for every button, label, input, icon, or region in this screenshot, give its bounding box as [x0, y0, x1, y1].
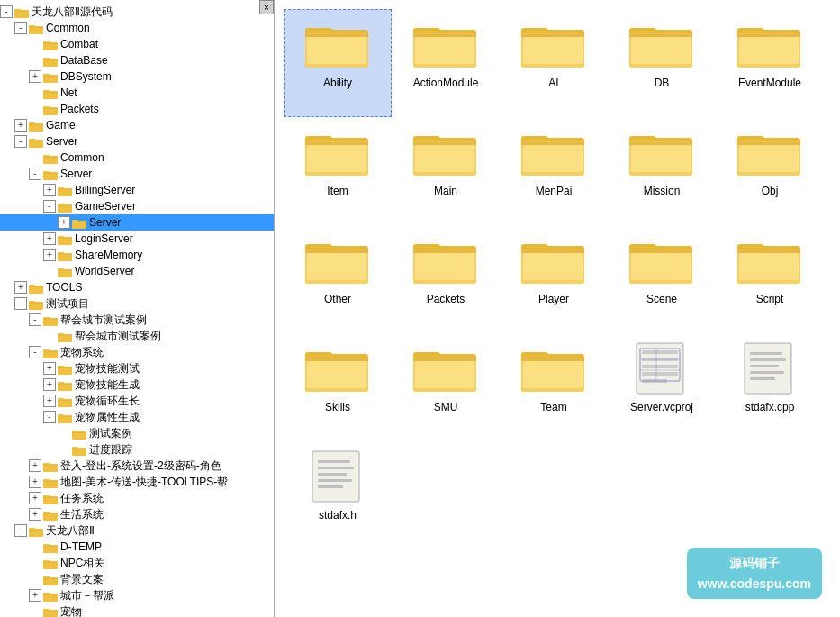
file-icon-18	[629, 341, 694, 395]
tree-toggle-loginserver[interactable]: +	[43, 232, 56, 245]
tree-item-worldserver[interactable]: WorldServer	[0, 263, 274, 279]
file-item-0[interactable]: Ability	[284, 9, 392, 117]
tree-item-testproject[interactable]: - 测试项目	[0, 295, 274, 312]
tree-item-combat[interactable]: Combat	[0, 36, 274, 52]
file-item-8[interactable]: Mission	[608, 117, 716, 225]
tree-toggle-game[interactable]: +	[14, 119, 27, 132]
tree-toggle-city[interactable]: +	[29, 589, 41, 602]
tree-toggle-pet_skill_test[interactable]: +	[43, 362, 56, 375]
tree-item-server_common[interactable]: Common	[0, 150, 274, 166]
svg-rect-267	[642, 365, 678, 368]
tree-item-gameserver[interactable]: - GameServer	[0, 198, 274, 214]
svg-rect-66	[58, 270, 72, 277]
tree-item-task_sys[interactable]: + 任务系统	[0, 490, 274, 506]
file-item-19[interactable]: stdafx.cpp	[716, 333, 824, 441]
file-item-12[interactable]: Player	[500, 225, 608, 333]
tree-item-dbsystem[interactable]: + DBSystem	[0, 68, 274, 85]
tree-toggle-login_sys[interactable]: +	[29, 459, 41, 472]
tree-toggle-billing[interactable]: +	[43, 184, 56, 196]
tree-item-database[interactable]: DataBase	[0, 52, 274, 68]
close-button[interactable]: ×	[259, 0, 274, 14]
file-icon-6	[413, 125, 478, 179]
tree-item-server_server[interactable]: - Server	[0, 166, 274, 182]
tree-item-d_temp[interactable]: D-TEMP	[0, 539, 274, 555]
file-item-14[interactable]: Script	[716, 225, 824, 333]
tree-toggle-sharememory[interactable]: +	[43, 249, 56, 261]
tree-item-server[interactable]: - Server	[0, 133, 274, 150]
tree-toggle-task_sys[interactable]: +	[29, 492, 41, 504]
tree-item-pet_attr[interactable]: - 宠物属性生成	[0, 409, 274, 425]
file-item-9[interactable]: Obj	[716, 117, 824, 225]
file-item-1[interactable]: ActionModule	[392, 9, 500, 117]
svg-rect-14	[43, 59, 58, 66]
folder-icon-net	[43, 87, 58, 99]
tree-item-pet2[interactable]: 宠物	[0, 603, 274, 617]
svg-rect-26	[43, 108, 58, 114]
tree-item-map_ui[interactable]: + 地图-美术-传送-快捷-TOOLTIPS-帮	[0, 474, 274, 490]
file-label-11: Packets	[427, 293, 465, 307]
tree-toggle-tlbd2[interactable]: -	[14, 524, 27, 537]
tree-item-bangcheng[interactable]: - 帮会城市测试案例	[0, 312, 274, 328]
tree-item-pet_loop[interactable]: + 宠物循环生长	[0, 393, 274, 409]
file-item-4[interactable]: EventModule	[716, 9, 824, 117]
file-item-10[interactable]: Other	[284, 225, 392, 333]
tree-item-root[interactable]: - 天龙八部Ⅱ源代码	[0, 4, 274, 20]
file-item-3[interactable]: DB	[608, 9, 716, 117]
tree-item-loginserver[interactable]: + LoginServer	[0, 231, 274, 247]
tree-label-npc: NPC相关	[60, 556, 104, 571]
file-item-6[interactable]: Main	[392, 117, 500, 225]
tree-item-game[interactable]: + Game	[0, 117, 274, 133]
tree-toggle-pet_attr[interactable]: -	[43, 411, 56, 423]
svg-rect-250	[307, 361, 366, 388]
tree-item-common[interactable]: - Common	[0, 20, 274, 36]
tree-toggle-server[interactable]: -	[14, 135, 27, 148]
tree-item-bangcheng2[interactable]: 帮会城市测试案例	[0, 328, 274, 344]
tree-item-progress[interactable]: 进度跟踪	[0, 441, 274, 458]
tree-item-pet_skill_gen[interactable]: + 宠物技能生成	[0, 377, 274, 393]
tree-toggle-server_server[interactable]: -	[29, 168, 41, 180]
tree-item-gs_server[interactable]: + Server	[0, 214, 274, 231]
tree-toggle-pet_skill_gen[interactable]: +	[43, 378, 56, 391]
file-label-14: Script	[756, 293, 784, 307]
tree-toggle-common[interactable]: -	[14, 22, 27, 34]
tree-item-life_sys[interactable]: + 生活系统	[0, 506, 274, 522]
tree-toggle-pet_loop[interactable]: +	[43, 395, 56, 407]
file-item-7[interactable]: MenPai	[500, 117, 608, 225]
svg-rect-233	[521, 250, 584, 253]
tree-item-login_sys[interactable]: + 登入-登出-系统设置-2级密码-角色	[0, 458, 274, 474]
svg-rect-6	[29, 27, 43, 33]
tree-item-pet[interactable]: - 宠物系统	[0, 344, 274, 360]
tree-item-tlbd2[interactable]: - 天龙八部Ⅱ	[0, 522, 274, 539]
tree-item-billing[interactable]: + BillingServer	[0, 182, 274, 198]
file-item-2[interactable]: AI	[500, 9, 608, 117]
file-item-17[interactable]: Team	[500, 333, 608, 441]
tree-toggle-testproject[interactable]: -	[14, 297, 27, 310]
file-item-18[interactable]: Server.vcproj	[608, 333, 716, 441]
tree-item-packets[interactable]: Packets	[0, 101, 274, 117]
tree-item-sharememory[interactable]: + ShareMemory	[0, 247, 274, 263]
tree-toggle-tools[interactable]: +	[14, 281, 27, 294]
tree-item-city[interactable]: + 城市－帮派	[0, 587, 274, 603]
tree-toggle-map_ui[interactable]: +	[29, 476, 41, 488]
tree-item-test_case[interactable]: 测试案例	[0, 425, 274, 441]
file-item-15[interactable]: Skills	[284, 333, 392, 441]
file-item-20[interactable]: stdafx.h	[284, 441, 392, 549]
tree-item-pet_skill_test[interactable]: + 宠物技能测试	[0, 360, 274, 377]
tree-item-tools[interactable]: + TOOLS	[0, 279, 274, 295]
tree-item-background[interactable]: 背景文案	[0, 571, 274, 587]
file-icon-20	[305, 449, 370, 504]
file-item-11[interactable]: Packets	[392, 225, 500, 333]
tree-item-net[interactable]: Net	[0, 85, 274, 101]
tree-toggle-pet[interactable]: -	[29, 346, 41, 358]
tree-toggle-gs_server[interactable]: +	[58, 216, 70, 229]
file-item-5[interactable]: Item	[284, 117, 392, 225]
file-item-16[interactable]: SMU	[392, 333, 500, 441]
file-item-13[interactable]: Scene	[608, 225, 716, 333]
tree-toggle-bangcheng[interactable]: -	[29, 313, 41, 326]
tree-toggle-gameserver[interactable]: -	[43, 200, 56, 213]
tree-toggle-life_sys[interactable]: +	[29, 508, 41, 521]
tree-toggle-dbsystem[interactable]: +	[29, 70, 41, 83]
tree-item-npc[interactable]: NPC相关	[0, 555, 274, 571]
tree-toggle-root[interactable]: -	[0, 5, 13, 18]
svg-rect-143	[43, 578, 58, 579]
